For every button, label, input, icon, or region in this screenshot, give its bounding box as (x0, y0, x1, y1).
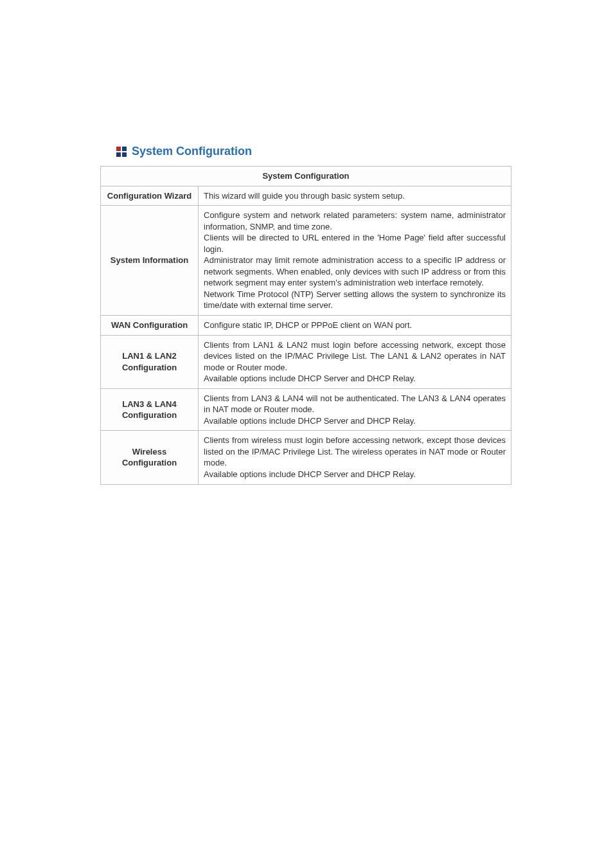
row-desc-configuration-wizard: This wizard will guide you through basic… (199, 186, 511, 206)
row-label-lan34-configuration: LAN3 & LAN4 Configuration (101, 388, 199, 431)
row-desc-lan12-configuration: Clients from LAN1 & LAN2 must login befo… (199, 335, 511, 388)
desc-line: Administrator may limit remote administr… (204, 255, 506, 289)
desc-line: Available options include DHCP Server an… (204, 373, 506, 384)
row-desc-system-information: Configure system and network related par… (199, 206, 511, 316)
table-row: LAN1 & LAN2 Configuration Clients from L… (101, 335, 511, 388)
row-desc-wan-configuration: Configure static IP, DHCP or PPPoE clien… (199, 316, 511, 336)
table-row: WAN Configuration Configure static IP, D… (101, 316, 511, 336)
row-label-system-information: System Information (101, 206, 199, 316)
system-configuration-table: System Configuration Configuration Wizar… (100, 166, 511, 485)
row-label-lan12-configuration: LAN1 & LAN2 Configuration (101, 335, 199, 388)
desc-line: Available options include DHCP Server an… (204, 469, 506, 480)
table-row: Wireless Configuration Clients from wire… (101, 431, 511, 484)
svg-rect-2 (122, 147, 127, 151)
desc-line: Clients from LAN1 & LAN2 must login befo… (204, 339, 506, 374)
row-label-wireless-configuration: Wireless Configuration (101, 431, 199, 484)
desc-line: Available options include DHCP Server an… (204, 415, 506, 427)
table-row: System Information Configure system and … (101, 206, 511, 316)
desc-line: Clients from LAN3 & LAN4 will not be aut… (204, 393, 506, 415)
row-label-wan-configuration: WAN Configuration (101, 316, 199, 336)
system-configuration-panel: System Configuration System Configuratio… (100, 145, 511, 485)
row-label-configuration-wizard: Configuration Wizard (101, 186, 199, 206)
desc-line: Clients will be directed to URL entered … (204, 232, 506, 255)
config-icon (116, 147, 127, 157)
row-desc-lan34-configuration: Clients from LAN3 & LAN4 will not be aut… (199, 388, 511, 431)
table-row: Configuration Wizard This wizard will gu… (101, 186, 511, 206)
table-title-row: System Configuration (101, 167, 511, 186)
section-title: System Configuration (132, 145, 252, 158)
svg-rect-3 (116, 152, 121, 157)
svg-rect-1 (116, 147, 121, 151)
section-heading: System Configuration (100, 145, 511, 158)
table-title: System Configuration (101, 167, 511, 186)
desc-line: Network Time Protocol (NTP) Server setti… (204, 289, 506, 311)
row-desc-wireless-configuration: Clients from wireless must login before … (199, 431, 511, 484)
desc-line: Configure system and network related par… (204, 210, 506, 232)
desc-line: Clients from wireless must login before … (204, 435, 506, 469)
table-row: LAN3 & LAN4 Configuration Clients from L… (101, 388, 511, 431)
svg-rect-4 (122, 152, 127, 157)
